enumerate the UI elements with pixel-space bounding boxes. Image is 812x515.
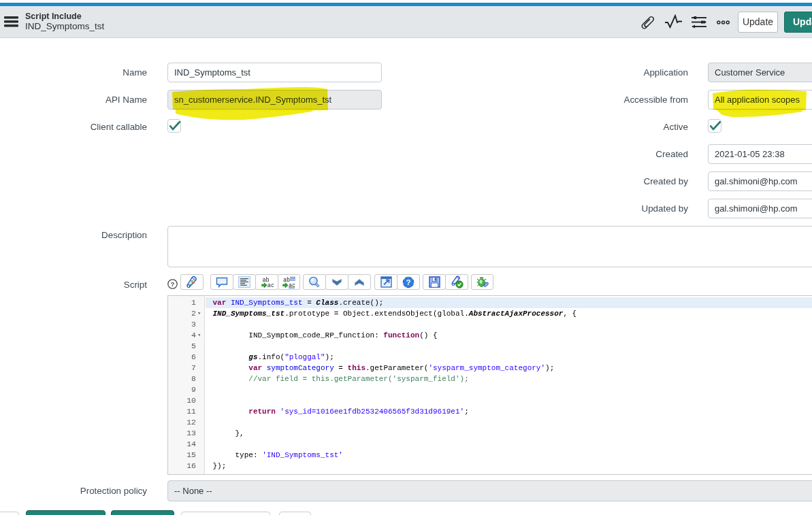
svg-text:?: ? [406, 278, 410, 286]
svg-text:ac: ac [267, 282, 273, 288]
svg-text:?: ? [171, 280, 175, 288]
svg-text:ac: ac [289, 282, 295, 288]
